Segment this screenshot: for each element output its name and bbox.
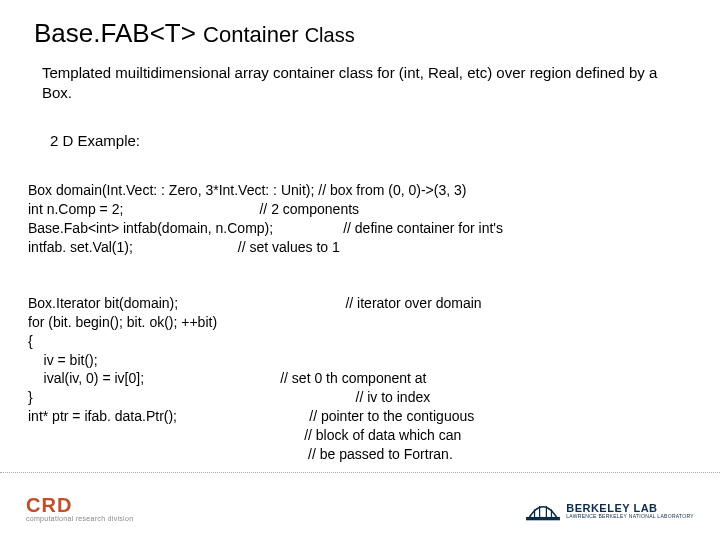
code-line: ival(iv, 0) = iv[0]; // set 0 th compone… bbox=[28, 370, 427, 386]
code-line: // block of data which can bbox=[28, 427, 461, 443]
code-line: { bbox=[28, 333, 33, 349]
code-line: int* ptr = ifab. data.Ptr(); // pointer … bbox=[28, 408, 474, 424]
title-part1: Base. bbox=[34, 18, 101, 48]
code-line: } // iv to index bbox=[28, 389, 430, 405]
berkeley-lab-icon bbox=[526, 500, 560, 522]
title-part2: FAB<T> bbox=[101, 18, 204, 48]
svg-rect-0 bbox=[526, 517, 560, 520]
code-line: iv = bit(); bbox=[28, 352, 98, 368]
code-line: Box.Iterator bit(domain); // iterator ov… bbox=[28, 295, 482, 311]
code-line: Base.Fab<int> intfab(domain, n.Comp); //… bbox=[28, 220, 503, 236]
logo-crd: CRD computational research division bbox=[26, 495, 133, 522]
berkeley-sub: LAWRENCE BERKELEY NATIONAL LABORATORY bbox=[566, 514, 694, 519]
crd-text: CRD bbox=[26, 495, 72, 515]
description: Templated muiltidimensional array contai… bbox=[42, 63, 682, 104]
footer: CRD computational research division BERK… bbox=[0, 472, 720, 522]
berkeley-text-wrap: BERKELEY LAB LAWRENCE BERKELEY NATIONAL … bbox=[566, 503, 694, 519]
code-line: intfab. set.Val(1); // set values to 1 bbox=[28, 239, 340, 255]
page-title: Base.FAB<T> Container Class bbox=[34, 18, 692, 49]
title-part3: Container bbox=[203, 22, 305, 47]
code-block-2: Box.Iterator bit(domain); // iterator ov… bbox=[28, 275, 692, 464]
slide: Base.FAB<T> Container Class Templated mu… bbox=[0, 0, 720, 540]
code-line: Box domain(Int.Vect: : Zero, 3*Int.Vect:… bbox=[28, 182, 466, 198]
example-label: 2 D Example: bbox=[50, 132, 692, 149]
title-part4: Class bbox=[305, 24, 355, 46]
logo-berkeley: BERKELEY LAB LAWRENCE BERKELEY NATIONAL … bbox=[526, 500, 694, 522]
code-line: int n.Comp = 2; // 2 components bbox=[28, 201, 359, 217]
crd-subtext: computational research division bbox=[26, 515, 133, 522]
code-block-1: Box domain(Int.Vect: : Zero, 3*Int.Vect:… bbox=[28, 163, 692, 257]
code-line: // be passed to Fortran. bbox=[28, 446, 453, 462]
code-line: for (bit. begin(); bit. ok(); ++bit) bbox=[28, 314, 217, 330]
